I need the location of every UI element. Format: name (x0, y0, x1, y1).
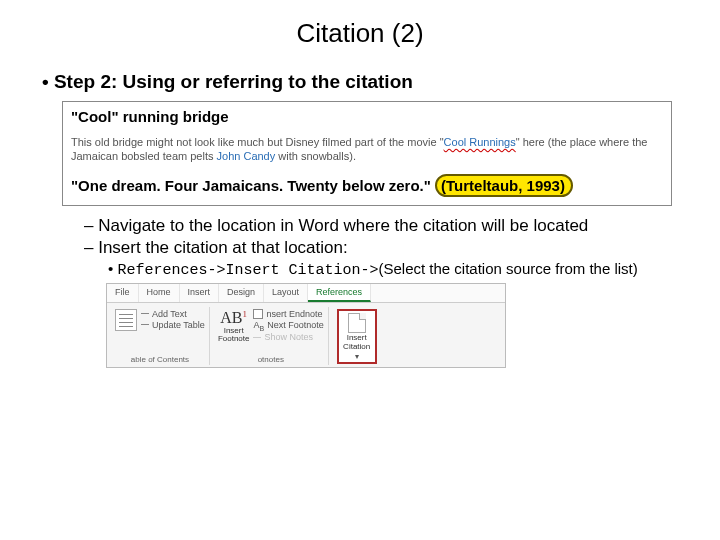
insert-footnote-label: Insert Footnote (218, 327, 250, 343)
slide-title: Citation (2) (36, 18, 684, 49)
tab-layout[interactable]: Layout (264, 284, 308, 302)
ribbon-groups: Add Text Update Table able of Contents A… (107, 303, 505, 367)
menu-path-code: References->Insert Citation-> (117, 262, 378, 279)
insert-citation-button[interactable]: Insert Citation ▾ (337, 309, 377, 364)
add-text-button[interactable]: Add Text (141, 309, 205, 319)
doc-heading-quote: "Cool" (71, 108, 119, 125)
doc-body-pre: This old bridge might not look like much… (71, 136, 444, 148)
doc-quote-line: "One dream. Four Jamaicans. Twenty below… (71, 174, 663, 197)
citation-doc-icon (348, 313, 366, 333)
quote-text: "One dream. Four Jamaicans. Twenty below… (71, 177, 435, 194)
tab-file[interactable]: File (107, 284, 139, 302)
group-toc: Add Text Update Table able of Contents (111, 307, 210, 365)
step-heading: Step 2: Using or referring to the citati… (42, 71, 684, 93)
tab-insert[interactable]: Insert (180, 284, 220, 302)
doc-heading: "Cool" running bridge (71, 108, 663, 125)
show-notes-button[interactable]: Show Notes (253, 332, 323, 342)
doc-heading-rest: running bridge (119, 108, 229, 125)
group-toc-label: able of Contents (115, 355, 205, 364)
group-footnotes-label: otnotes (218, 355, 324, 364)
insert-citation-line2: Citation (343, 343, 370, 351)
menu-path: References->Insert Citation->(Select the… (108, 260, 684, 279)
doc-body: This old bridge might not look like much… (71, 135, 663, 164)
toc-icon[interactable] (115, 309, 137, 331)
insert-endnote-button[interactable]: nsert Endnote (253, 309, 323, 319)
word-document-sample: "Cool" running bridge This old bridge mi… (62, 101, 672, 206)
next-footnote-button[interactable]: ABNext Footnote (253, 320, 323, 332)
word-ribbon-screenshot: File Home Insert Design Layout Reference… (106, 283, 506, 368)
tab-home[interactable]: Home (139, 284, 180, 302)
menu-path-tail: (Select the citation source from the lis… (378, 260, 637, 277)
tab-design[interactable]: Design (219, 284, 264, 302)
group-footnotes: AB1 Insert Footnote nsert Endnote ABNext… (214, 307, 329, 365)
citation-highlight: (Turteltaub, 1993) (435, 174, 573, 197)
movie-link: Cool Runnings (444, 136, 516, 148)
ribbon-tabs: File Home Insert Design Layout Reference… (107, 284, 505, 303)
navigate-instruction: Navigate to the location in Word where t… (84, 216, 684, 236)
insert-citation-line1: Insert (347, 334, 367, 342)
chevron-down-icon: ▾ (355, 352, 359, 361)
tab-references[interactable]: References (308, 284, 371, 302)
group-citations: Insert Citation ▾ (333, 307, 381, 365)
insert-instruction: Insert the citation at that location: (84, 238, 684, 258)
actor-link: John Candy (217, 150, 276, 162)
doc-body-post: with snowballs). (275, 150, 356, 162)
update-table-button[interactable]: Update Table (141, 320, 205, 330)
footnote-icon[interactable]: AB1 (220, 309, 247, 327)
